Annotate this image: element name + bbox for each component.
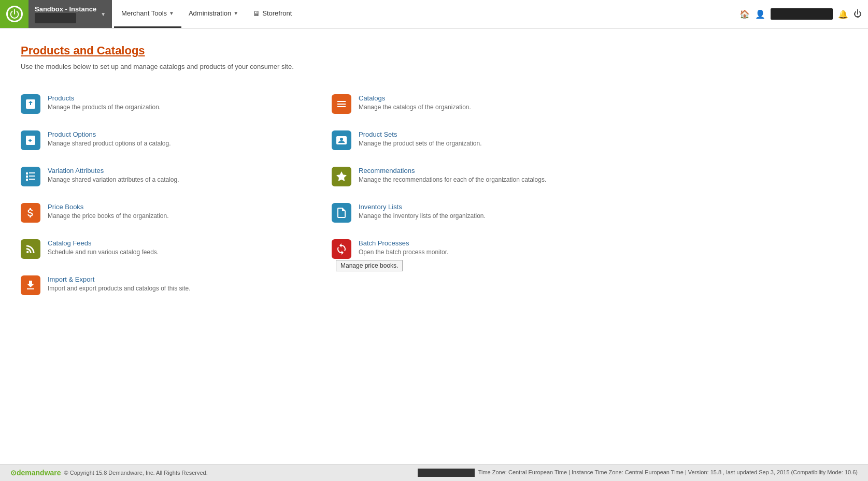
price-books-desc: Manage the price books of the organizati…	[48, 212, 321, 220]
instance-dropdown-arrow: ▼	[101, 11, 106, 17]
catalog-feeds-text: Catalog Feeds Schedule and run various c…	[48, 239, 321, 256]
price-books-icon	[21, 203, 40, 223]
top-navigation: Sandbox - Instance ▼ Merchant Tools ▼ Ad…	[0, 0, 868, 28]
merchant-tools-label: Merchant Tools	[121, 9, 167, 17]
footer: ⊙demandware © Copyright 15.8 Demandware,…	[0, 464, 868, 481]
product-options-icon	[21, 130, 40, 150]
module-product-options: Product Options Manage shared product op…	[21, 122, 332, 158]
variation-attributes-icon	[21, 167, 40, 186]
batch-processes-icon	[332, 239, 351, 259]
catalog-feeds-desc: Schedule and run various catalog feeds.	[48, 249, 321, 256]
batch-processes-text: Batch Processes Open the batch process m…	[359, 239, 632, 256]
price-books-link[interactable]: Price Books	[48, 203, 83, 211]
product-options-desc: Manage shared product options of a catal…	[48, 140, 321, 147]
inventory-lists-desc: Manage the inventory lists of the organi…	[359, 212, 632, 220]
variation-attributes-link[interactable]: Variation Attributes	[48, 167, 104, 174]
merchant-tools-dropdown-icon: ▼	[169, 10, 174, 16]
modules-right-column: Catalogs Manage the catalogs of the orga…	[332, 86, 643, 303]
batch-processes-desc: Open the batch process monitor.	[359, 249, 632, 256]
import-export-icon	[21, 275, 40, 295]
administration-menu[interactable]: Administration ▼	[181, 0, 246, 28]
recommendations-link[interactable]: Recommendations	[359, 167, 415, 174]
price-books-text: Price Books Manage the price books of th…	[48, 203, 321, 220]
administration-label: Administration	[189, 9, 231, 17]
catalogs-desc: Manage the catalogs of the organization.	[359, 104, 632, 111]
import-export-desc: Import and export products and catalogs …	[48, 285, 321, 292]
variation-attributes-desc: Manage shared variation attributes of a …	[48, 176, 321, 183]
product-sets-text: Product Sets Manage the product sets of …	[359, 130, 632, 147]
module-inventory-lists: Inventory Lists Manage the inventory lis…	[332, 195, 643, 231]
module-variation-attributes: Variation Attributes Manage shared varia…	[21, 158, 332, 195]
user-name-bar	[771, 8, 833, 20]
instance-selector[interactable]: Sandbox - Instance ▼	[29, 0, 112, 28]
inventory-lists-link[interactable]: Inventory Lists	[359, 203, 402, 211]
modules-left-column: Products Manage the products of the orga…	[21, 86, 332, 303]
module-product-sets: Product Sets Manage the product sets of …	[332, 122, 643, 158]
products-desc: Manage the products of the organization.	[48, 104, 321, 111]
product-sets-desc: Manage the product sets of the organizat…	[359, 140, 632, 147]
monitor-icon: 🖥	[253, 9, 260, 18]
product-options-text: Product Options Manage shared product op…	[48, 130, 321, 147]
footer-copyright: © Copyright 15.8 Demandware, Inc. All Ri…	[64, 470, 208, 476]
module-catalog-feeds: Catalog Feeds Schedule and run various c…	[21, 231, 332, 267]
module-catalogs: Catalogs Manage the catalogs of the orga…	[332, 86, 643, 122]
module-products: Products Manage the products of the orga…	[21, 86, 332, 122]
import-export-text: Import & Export Import and export produc…	[48, 275, 321, 292]
nav-right-icons: 🏠 👤 🔔 ⏻	[733, 0, 868, 28]
module-batch-processes: Batch Processes Open the batch process m…	[332, 231, 643, 267]
products-text: Products Manage the products of the orga…	[48, 94, 321, 111]
recommendations-text: Recommendations Manage the recommendatio…	[359, 167, 632, 183]
module-price-books: Price Books Manage the price books of th…	[21, 195, 332, 231]
recommendations-desc: Manage the recommendations for each of t…	[359, 176, 632, 183]
product-sets-icon	[332, 130, 351, 150]
page-subtitle: Use the modules below to set up and mana…	[21, 63, 847, 70]
product-options-link[interactable]: Product Options	[48, 130, 96, 138]
inventory-lists-text: Inventory Lists Manage the inventory lis…	[359, 203, 632, 220]
footer-left: ⊙demandware © Copyright 15.8 Demandware,…	[10, 469, 208, 477]
import-export-link[interactable]: Import & Export	[48, 275, 94, 283]
logout-icon[interactable]: ⏻	[853, 9, 862, 19]
footer-right: Time Zone: Central European Time | Insta…	[416, 469, 858, 477]
page-title: Products and Catalogs	[21, 44, 847, 57]
power-icon	[6, 6, 23, 22]
products-link[interactable]: Products	[48, 94, 74, 102]
module-import-export: Import & Export Import and export produc…	[21, 267, 332, 303]
notification-icon[interactable]: 🔔	[838, 9, 848, 19]
batch-processes-link[interactable]: Batch Processes	[359, 239, 409, 247]
demandware-logo: ⊙demandware	[10, 469, 61, 477]
catalogs-text: Catalogs Manage the catalogs of the orga…	[359, 94, 632, 111]
home-icon[interactable]: 🏠	[739, 9, 750, 19]
footer-info: Time Zone: Central European Time | Insta…	[478, 469, 858, 475]
catalogs-icon	[332, 94, 351, 114]
products-icon	[21, 94, 40, 114]
main-content: Products and Catalogs Use the modules be…	[0, 28, 868, 464]
catalogs-link[interactable]: Catalogs	[359, 94, 385, 102]
user-icon[interactable]: 👤	[755, 9, 765, 19]
instance-title: Sandbox - Instance	[35, 5, 96, 13]
variation-attributes-text: Variation Attributes Manage shared varia…	[48, 167, 321, 183]
merchant-tools-menu[interactable]: Merchant Tools ▼	[114, 0, 181, 28]
storefront-menu[interactable]: 🖥 Storefront	[246, 0, 299, 28]
catalog-feeds-icon	[21, 239, 40, 259]
module-recommendations: Recommendations Manage the recommendatio…	[332, 158, 643, 195]
storefront-label: Storefront	[262, 9, 292, 17]
inventory-lists-icon	[332, 203, 351, 223]
catalog-feeds-link[interactable]: Catalog Feeds	[48, 239, 92, 247]
instance-sub-bar	[35, 13, 76, 23]
footer-bar	[418, 469, 475, 477]
product-sets-link[interactable]: Product Sets	[359, 130, 397, 138]
logo-area[interactable]	[0, 0, 29, 28]
administration-dropdown-icon: ▼	[233, 10, 238, 16]
nav-menu: Merchant Tools ▼ Administration ▼ 🖥 Stor…	[112, 0, 733, 28]
modules-grid: Products Manage the products of the orga…	[21, 86, 643, 303]
recommendations-icon	[332, 167, 351, 186]
